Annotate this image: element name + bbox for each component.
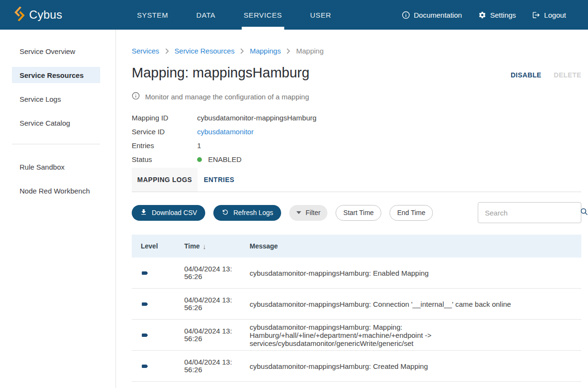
- label-icon: [141, 331, 184, 339]
- download-csv-button[interactable]: Download CSV: [132, 205, 205, 221]
- log-message: cybusdatamonitor-mappingsHamburg: Mappin…: [250, 323, 581, 347]
- sidebar: Service Overview Service Resources Servi…: [0, 30, 116, 388]
- brand-logo[interactable]: Cybus: [14, 7, 63, 23]
- start-time-button[interactable]: Start Time: [336, 205, 381, 221]
- logout-label: Logout: [544, 11, 566, 19]
- logout-button[interactable]: Logout: [532, 11, 566, 19]
- chevron-down-icon: [296, 211, 301, 214]
- filter-dropdown[interactable]: Filter: [289, 205, 327, 221]
- service-id-link[interactable]: cybusdatamonitor: [197, 128, 253, 136]
- sidebar-item-service-logs[interactable]: Service Logs: [0, 87, 116, 111]
- tab-mapping-logs[interactable]: MAPPING LOGS: [132, 168, 198, 192]
- nav-tab-user[interactable]: USER: [310, 0, 331, 30]
- search-icon[interactable]: [580, 207, 588, 218]
- table-row: 04/04/2024 13: 56:26 cybusdatamonitor-ma…: [132, 320, 581, 351]
- status-dot-icon: [197, 157, 202, 162]
- content-tabbar: MAPPING LOGS ENTRIES: [132, 168, 581, 192]
- download-csv-label: Download CSV: [152, 209, 197, 216]
- title-actions: DISABLE DELETE: [511, 71, 581, 82]
- nav-tab-system[interactable]: SYSTEM: [137, 0, 168, 30]
- documentation-label: Documentation: [414, 11, 462, 19]
- documentation-button[interactable]: Documentation: [402, 11, 462, 19]
- refresh-icon: [221, 208, 229, 217]
- table-row: 04/04/2024 13: 56:26 cybusdatamonitor-ma…: [132, 351, 581, 382]
- label-icon: [141, 269, 184, 277]
- top-navbar: Cybus SYSTEM DATA SERVICES USER Document…: [0, 0, 588, 30]
- chevron-right-icon: [165, 48, 169, 54]
- log-message: cybusdatamonitor-mappingsHamburg: Connec…: [250, 300, 581, 308]
- sidebar-item-service-catalog[interactable]: Service Catalog: [0, 111, 116, 135]
- filter-label: Filter: [305, 209, 320, 216]
- status-label: Status: [132, 155, 197, 163]
- chevron-right-icon: [240, 48, 244, 54]
- logs-toolbar: Download CSV Refresh Logs Filter Start T…: [132, 202, 581, 223]
- main-content: Services Service Resources Mappings Mapp…: [116, 30, 588, 388]
- label-icon: [141, 300, 184, 308]
- entries-label: Entries: [132, 141, 197, 150]
- sidebar-item-service-resources[interactable]: Service Resources: [0, 63, 116, 87]
- mapping-id-value: cybusdatamonitor-mappingsHamburg: [197, 114, 316, 122]
- nav-tabs: SYSTEM DATA SERVICES USER: [137, 0, 331, 30]
- log-time: 04/04/2024 13: 56:26: [184, 292, 250, 315]
- detail-mapping-id: Mapping ID cybusdatamonitor-mappingsHamb…: [132, 111, 581, 125]
- info-icon: [402, 11, 410, 19]
- chevron-right-icon: [286, 48, 290, 54]
- table-row: 04/04/2024 13: 56:26 cybusdatamonitor-ma…: [132, 258, 581, 289]
- breadcrumb-service-resources[interactable]: Service Resources: [175, 47, 235, 55]
- settings-label: Settings: [490, 11, 516, 19]
- service-id-label: Service ID: [132, 128, 197, 136]
- entries-value: 1: [197, 141, 201, 150]
- sidebar-item-rule-sandbox[interactable]: Rule Sandbox: [0, 155, 116, 179]
- logout-icon: [532, 11, 540, 19]
- info-icon: [132, 92, 140, 101]
- page-subtitle: Monitor and manage the configuration of …: [145, 93, 309, 101]
- nav-tab-services[interactable]: SERVICES: [243, 0, 282, 30]
- refresh-logs-button[interactable]: Refresh Logs: [213, 205, 281, 221]
- log-message: cybusdatamonitor-mappingsHamburg: Enable…: [250, 269, 581, 277]
- nav-tab-data[interactable]: DATA: [196, 0, 215, 30]
- detail-service-id: Service ID cybusdatamonitor: [132, 125, 581, 139]
- search-box: [478, 202, 581, 223]
- log-message: cybusdatamonitor-mappingsHamburg: Create…: [250, 362, 581, 370]
- cybus-logo-icon: [14, 7, 25, 23]
- log-time: 04/04/2024 13: 56:26: [184, 355, 250, 377]
- end-time-button[interactable]: End Time: [389, 205, 433, 221]
- detail-status: Status ENABLED: [132, 152, 581, 166]
- column-header-message: Message: [250, 242, 581, 250]
- delete-button[interactable]: DELETE: [554, 71, 581, 79]
- refresh-logs-label: Refresh Logs: [233, 209, 273, 216]
- label-icon: [141, 362, 184, 370]
- start-time-label: Start Time: [343, 209, 374, 216]
- breadcrumb-services[interactable]: Services: [132, 47, 159, 55]
- table-header: Level Time ↓ Message: [132, 235, 581, 258]
- page-title: Mapping: mappingsHamburg: [132, 64, 309, 82]
- nav-actions: Documentation Settings Logout: [402, 0, 566, 30]
- disable-button[interactable]: DISABLE: [511, 71, 541, 79]
- breadcrumb-mapping: Mapping: [296, 47, 324, 55]
- table-row: 04/04/2024 13: 56:26 cybusdatamonitor-ma…: [132, 289, 581, 320]
- log-time: 04/04/2024 13: 56:26: [184, 323, 250, 346]
- column-header-time[interactable]: Time ↓: [184, 242, 250, 250]
- settings-button[interactable]: Settings: [478, 11, 516, 19]
- download-icon: [140, 208, 147, 217]
- sidebar-divider: [12, 144, 100, 144]
- end-time-label: End Time: [397, 209, 425, 216]
- mapping-details: Mapping ID cybusdatamonitor-mappingsHamb…: [132, 111, 581, 166]
- breadcrumb-mappings[interactable]: Mappings: [250, 47, 281, 55]
- sort-descending-icon[interactable]: ↓: [202, 242, 206, 250]
- tab-entries[interactable]: ENTRIES: [198, 168, 241, 192]
- mapping-logs-table: Level Time ↓ Message 04/04/2024 13:: [132, 235, 581, 382]
- log-time: 04/04/2024 13: 56:26: [184, 261, 250, 284]
- status-badge: ENABLED: [208, 155, 242, 163]
- mapping-id-label: Mapping ID: [132, 114, 197, 122]
- search-input[interactable]: [485, 209, 580, 217]
- column-header-level: Level: [132, 242, 184, 250]
- sidebar-item-node-red-workbench[interactable]: Node Red Workbench: [0, 179, 116, 203]
- brand-name: Cybus: [29, 8, 63, 22]
- breadcrumb: Services Service Resources Mappings Mapp…: [132, 47, 581, 55]
- detail-entries: Entries 1: [132, 139, 581, 152]
- sidebar-item-service-overview[interactable]: Service Overview: [0, 39, 116, 63]
- gear-icon: [478, 11, 486, 19]
